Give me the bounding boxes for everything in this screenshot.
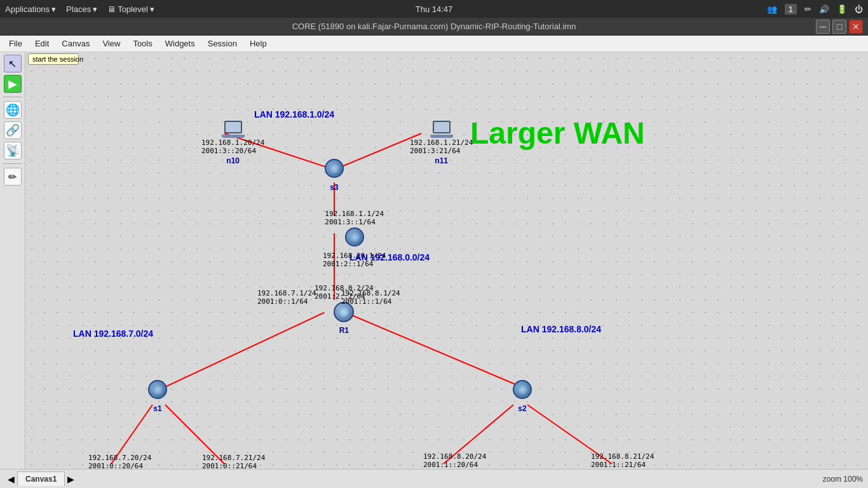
system-bar: Applications ▾ Places ▾ 🖥 Toplevel ▾ Thu… (0, 0, 868, 18)
places-menu[interactable]: Places ▾ (66, 4, 97, 14)
node-n2[interactable]: 192.168.7.21/242001:0::21/64 n2 (202, 454, 265, 469)
window-controls: ─ □ ✕ (816, 20, 863, 34)
pencil-icon: ✏ (804, 4, 811, 14)
node-s3[interactable]: s3 (323, 159, 346, 192)
volume-icon: 🔊 (819, 4, 829, 14)
system-bar-left: Applications ▾ Places ▾ 🖥 Toplevel ▾ (5, 4, 154, 14)
lan-label-1: LAN 192.168.1.0/24 (254, 109, 334, 119)
node-n1[interactable]: 192.168.7.20/242001:0::20/64 n1 (88, 454, 151, 469)
start-session-circle-button[interactable]: ▶ (4, 75, 22, 93)
svg-line-1 (334, 133, 421, 170)
node-n5[interactable]: 192.168.8.20/242001:1::20/64 n5 (423, 452, 486, 469)
node-s1-label: s1 (153, 404, 161, 413)
zoom-level: zoom 100% (823, 475, 863, 484)
node-n6[interactable]: 192.168.8.21/242001:1::21/64 n6 (591, 452, 654, 469)
node-s3-label: s3 (330, 183, 338, 192)
canvas-scroll-right[interactable]: ▶ (65, 474, 77, 484)
menu-view[interactable]: View (96, 37, 126, 50)
toplevel-icon: 🖥 (107, 4, 116, 14)
select-tool-button[interactable]: ↖ (4, 55, 22, 72)
menu-session[interactable]: Session (201, 37, 243, 50)
users-icon: 👥 (767, 4, 777, 14)
lan-label-8: LAN 192.168.8.0/24 (521, 324, 601, 334)
system-clock: Thu 14:47 (416, 4, 453, 14)
battery-icon: 🔋 (837, 4, 847, 14)
toolbar-separator-2 (3, 163, 22, 164)
node-n11-addr: 192.168.1.21/242001:3:21/64 (410, 139, 473, 155)
canvas-scroll-left[interactable]: ◀ (5, 474, 17, 484)
apps-chevron-icon: ▾ (51, 4, 56, 14)
node-r1-addr-center: 192.168.0.2/242001:2::2/64 (315, 284, 374, 301)
main-layout: ↖ ▶ 🌐 🔗 📡 ✏ start the session (0, 52, 868, 469)
menu-help[interactable]: Help (243, 37, 273, 50)
places-label: Places (66, 4, 91, 14)
toolbar-separator-1 (3, 97, 22, 97)
workspace-indicator: 1 (785, 4, 797, 15)
menu-tools[interactable]: Tools (126, 37, 158, 50)
menu-bar: File Edit Canvas View Tools Widgets Sess… (0, 36, 868, 52)
laptop-n10-icon (222, 121, 245, 139)
menu-canvas[interactable]: Canvas (55, 37, 96, 50)
node-n10-addr: 192.168.1.20/242001:3::20/64 (201, 139, 264, 155)
node-mid-addr1: 192.168.1.1/242001:3::1/64 (325, 210, 384, 226)
node-n11-label: n11 (435, 156, 448, 165)
start-session-label[interactable]: start the session (28, 53, 79, 65)
window-title-bar: CORE (51890 on kali.Fajar-Purnama.com) D… (0, 18, 868, 36)
node-r1[interactable]: 192.168.7.1/242001:0::1/64 192.168.8.1/2… (315, 284, 374, 335)
switch-mid-icon (343, 227, 366, 250)
canvas-tabs-area: ◀ Canvas1 ▶ (5, 471, 77, 486)
node-s2[interactable]: s2 (511, 380, 534, 413)
menu-widgets[interactable]: Widgets (159, 37, 201, 50)
node-r1-label: R1 (339, 326, 349, 335)
system-bar-right: 👥 1 ✏ 🔊 🔋 ⏻ (767, 4, 863, 15)
node-n10-label: n10 (226, 156, 240, 165)
status-bar: ◀ Canvas1 ▶ zoom 100% (0, 469, 868, 488)
menu-edit[interactable]: Edit (29, 37, 55, 50)
router-r1-icon (332, 302, 355, 325)
switch-s1-icon (146, 380, 169, 403)
node-r1-addr-left: 192.168.7.1/242001:0::1/64 (257, 289, 316, 306)
node-s2-label: s2 (518, 404, 526, 413)
toplevel-menu[interactable]: 🖥 Toplevel ▾ (107, 4, 154, 14)
switch-s3-icon (323, 159, 346, 182)
places-chevron-icon: ▾ (93, 4, 97, 14)
node-n2-addr: 192.168.7.21/242001:0::21/64 (202, 454, 265, 469)
power-icon: ⏻ (855, 4, 863, 14)
node-n5-addr: 192.168.8.20/242001:1::20/64 (423, 452, 486, 469)
menu-file[interactable]: File (3, 37, 29, 50)
minimize-button[interactable]: ─ (816, 20, 830, 34)
window-title: CORE (51890 on kali.Fajar-Purnama.com) D… (292, 22, 576, 31)
svg-line-4 (161, 313, 324, 389)
laptop-n11-icon (430, 121, 453, 139)
node-n1-addr: 192.168.7.20/242001:0::20/64 (88, 454, 151, 469)
node-n11[interactable]: 192.168.1.21/242001:3:21/64 n11 (410, 121, 473, 165)
switch-s2-icon (511, 380, 534, 403)
maximize-button[interactable]: □ (832, 20, 846, 34)
network-tool-1[interactable]: 🌐 (4, 101, 22, 119)
toplevel-chevron-icon: ▾ (150, 4, 154, 14)
lan-label-7: LAN 192.168.7.0/24 (73, 329, 153, 339)
canvas-tab-1[interactable]: Canvas1 (17, 471, 65, 486)
node-n6-addr: 192.168.8.21/242001:1::21/64 (591, 452, 654, 469)
canvas-area[interactable]: start the session LAN 192.168.1.0/ (25, 52, 868, 469)
node-mid-switch[interactable]: 192.168.1.1/242001:3::1/64 192.168.20.1/… (323, 210, 386, 268)
network-tool-2[interactable]: 🔗 (4, 121, 22, 139)
node-n10[interactable]: 192.168.1.20/242001:3::20/64 n10 (201, 121, 264, 165)
close-button[interactable]: ✕ (849, 20, 863, 34)
annotation-tool[interactable]: ✏ (4, 168, 22, 186)
node-mid-addr2: 192.168.20.1/242001:2::1/64 (323, 252, 386, 268)
network-tool-3[interactable]: 📡 (4, 142, 22, 159)
applications-menu[interactable]: Applications ▾ (5, 4, 56, 14)
node-s1[interactable]: s1 (146, 380, 169, 413)
toplevel-label: Toplevel (118, 4, 148, 14)
left-toolbar: ↖ ▶ 🌐 🔗 📡 ✏ (0, 52, 25, 469)
wan-label: Larger WAN (470, 116, 645, 151)
applications-label: Applications (5, 4, 50, 14)
